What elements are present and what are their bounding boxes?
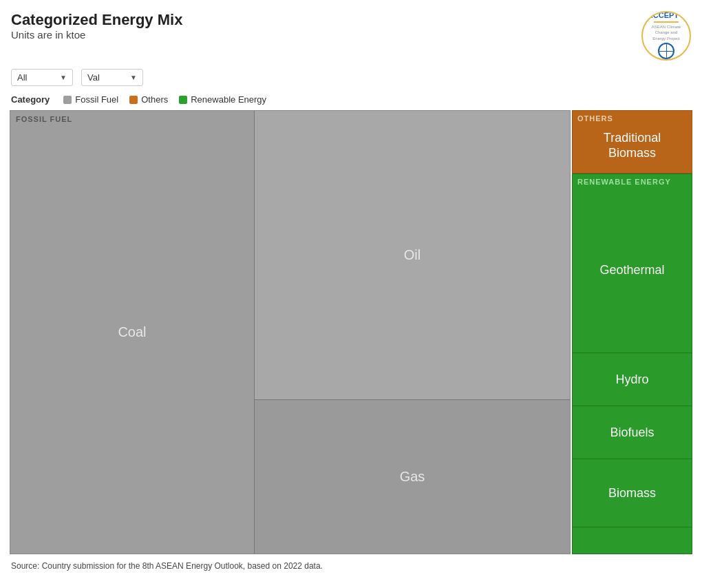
biofuels-item: Biofuels bbox=[573, 406, 692, 459]
page-title: Categorized Energy Mix bbox=[11, 11, 182, 29]
gas-label: Gas bbox=[400, 469, 425, 485]
biomass-label: Biomass bbox=[608, 486, 656, 501]
dropdown-all-value: All bbox=[17, 72, 27, 83]
geothermal-item: Geothermal bbox=[573, 188, 692, 353]
others-section-label: OTHERS bbox=[577, 114, 613, 123]
page-subtitle: Units are in ktoe bbox=[11, 29, 182, 41]
fossil-fuel-label: Fossil Fuel bbox=[75, 94, 118, 105]
renewable-section-label: RENEWABLE ENERGY bbox=[577, 178, 671, 186]
dropdown-val[interactable]: Val ▼ bbox=[81, 69, 143, 86]
coal-label: Coal bbox=[118, 324, 146, 340]
biomass-item: Biomass bbox=[573, 459, 692, 527]
geothermal-label: Geothermal bbox=[599, 263, 664, 277]
hydro-label: Hydro bbox=[615, 372, 648, 387]
oil-gas-column: Oil Gas bbox=[255, 111, 570, 554]
gas-cell: Gas bbox=[255, 400, 570, 554]
others-label: Others bbox=[141, 94, 168, 105]
chevron-down-icon-2: ▼ bbox=[130, 74, 137, 81]
legend-others: Others bbox=[129, 94, 168, 105]
legend-renewable: Renewable Energy bbox=[179, 94, 266, 105]
others-block: OTHERS Traditional Biomass bbox=[572, 110, 692, 174]
chevron-down-icon: ▼ bbox=[60, 74, 67, 81]
hydro-item: Hydro bbox=[573, 353, 692, 406]
dropdown-val-value: Val bbox=[87, 72, 100, 83]
title-block: Categorized Energy Mix Units are in ktoe bbox=[11, 11, 182, 41]
logo-sub: ASEAN ClimateChange andEnergy Project bbox=[648, 24, 685, 41]
right-column: OTHERS Traditional Biomass RENEWABLE ENE… bbox=[572, 110, 692, 554]
renewable-block: RENEWABLE ENERGY Geothermal Hydro Biofue… bbox=[572, 174, 692, 554]
logo-block: ACCEPT II ASEAN ClimateChange andEnergy … bbox=[641, 11, 691, 61]
coal-cell: Coal bbox=[10, 111, 255, 554]
others-dot bbox=[129, 96, 138, 104]
fossil-fuel-section-label: FOSSIL FUEL bbox=[16, 115, 72, 123]
renewable-label: Renewable Energy bbox=[191, 94, 266, 105]
oil-label: Oil bbox=[404, 247, 421, 263]
legend-bar: Category Fossil Fuel Others Renewable En… bbox=[0, 92, 702, 110]
renewable-items: Geothermal Hydro Biofuels Biomass bbox=[573, 174, 692, 554]
solar-wind-item bbox=[573, 527, 692, 554]
renewable-dot bbox=[179, 96, 187, 104]
oil-cell: Oil bbox=[255, 111, 570, 400]
fossil-fuel-block: FOSSIL FUEL Coal Oil Gas bbox=[10, 110, 571, 554]
legend-title: Category bbox=[11, 94, 50, 105]
source-text: Source: Country submission for the 8th A… bbox=[11, 561, 323, 571]
logo: ACCEPT II ASEAN ClimateChange andEnergy … bbox=[641, 11, 691, 61]
legend-fossil-fuel: Fossil Fuel bbox=[63, 94, 118, 105]
controls-bar: All ▼ Val ▼ bbox=[0, 66, 702, 92]
logo-text: ACCEPT II bbox=[648, 11, 685, 20]
footer: Source: Country submission for the 8th A… bbox=[0, 554, 702, 575]
traditional-biomass-label: Traditional Biomass bbox=[573, 118, 692, 167]
page-header: Categorized Energy Mix Units are in ktoe… bbox=[0, 0, 702, 66]
dropdown-all[interactable]: All ▼ bbox=[11, 69, 73, 86]
biofuels-label: Biofuels bbox=[610, 426, 654, 440]
chart-area: FOSSIL FUEL Coal Oil Gas OTHERS Traditio… bbox=[10, 110, 692, 554]
fossil-fuel-dot bbox=[63, 96, 72, 104]
